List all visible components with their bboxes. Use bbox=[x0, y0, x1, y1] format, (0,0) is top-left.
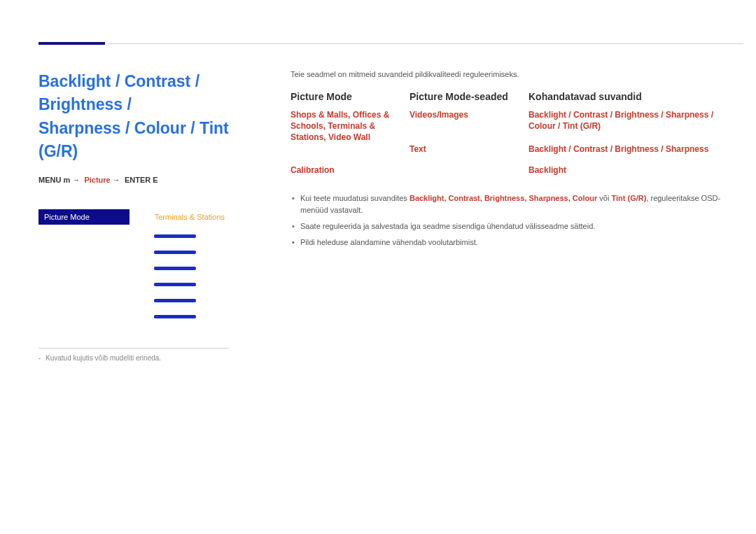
path-m: m bbox=[63, 176, 70, 184]
list-item: Pildi heleduse alandamine vähendab voolu… bbox=[290, 237, 728, 248]
screenshot-bars bbox=[38, 225, 229, 318]
cell-a1: Shops & Malls, Offices & Schools, Termin… bbox=[290, 109, 410, 143]
path-menu: MENU bbox=[38, 176, 61, 184]
slider-bar bbox=[154, 251, 196, 254]
col-header-a: Picture Mode bbox=[290, 91, 410, 109]
title-line-1: Backlight / Contrast / Brightness / bbox=[38, 72, 200, 113]
right-column: Teie seadmel on mitmeid suvandeid pildik… bbox=[290, 70, 728, 253]
table-row: Calibration Backlight bbox=[290, 164, 728, 183]
b1-mid: Backlight, Contrast, Brightness, Sharpne… bbox=[410, 194, 597, 202]
screenshot-header-left: Picture Mode bbox=[38, 209, 130, 225]
intro-text: Teie seadmel on mitmeid suvandeid pildik… bbox=[290, 70, 728, 78]
col-custom-options: Kohandatavad suvandid bbox=[528, 91, 724, 109]
b1-pre: Kui teete muudatusi suvandites bbox=[300, 194, 410, 202]
cell-c2: Backlight / Contrast / Brightness / Shar… bbox=[528, 143, 724, 164]
slider-bar bbox=[154, 315, 196, 318]
path-e: E bbox=[153, 176, 158, 184]
top-divider bbox=[108, 43, 743, 44]
table-row: Shops & Malls, Offices & Schools, Termin… bbox=[290, 109, 728, 143]
screenshot-header: Picture Mode Terminals & Stations bbox=[38, 209, 229, 225]
path-enter: ENTER bbox=[125, 176, 150, 184]
footnote-divider bbox=[38, 348, 229, 349]
cell-a3: Calibration bbox=[290, 164, 410, 183]
footnote: Kuvatud kujutis võib mudeliti erineda. bbox=[38, 354, 262, 362]
path-picture: Picture bbox=[84, 176, 110, 184]
slider-bar bbox=[154, 283, 196, 286]
b1-tint: Tint (G/R) bbox=[611, 194, 646, 202]
page-title: Backlight / Contrast / Brightness / Shar… bbox=[38, 70, 262, 163]
slider-bar bbox=[154, 234, 196, 238]
ui-screenshot: Picture Mode Terminals & Stations bbox=[38, 209, 229, 318]
col-header-c: Kohandatavad suvandid bbox=[528, 91, 724, 109]
slider-bar bbox=[154, 299, 196, 302]
list-item: Kui teete muudatusi suvandites Backlight… bbox=[290, 192, 728, 216]
list-item: Saate reguleerida ja salvestada iga sead… bbox=[290, 220, 728, 232]
settings-table: Picture Mode Picture Mode-seaded Kohanda… bbox=[290, 91, 728, 109]
cell-b3 bbox=[410, 164, 528, 183]
cell-c1: Backlight / Contrast / Brightness / Shar… bbox=[528, 109, 724, 143]
bullet-list: Kui teete muudatusi suvandites Backlight… bbox=[290, 192, 728, 248]
cell-a2 bbox=[290, 143, 410, 164]
top-accent-bar bbox=[38, 42, 105, 45]
b1-voi: või bbox=[597, 194, 611, 202]
col-header-b: Picture Mode-seaded bbox=[410, 91, 528, 109]
col-picture-mode: Picture Mode bbox=[290, 91, 410, 109]
left-column: Backlight / Contrast / Brightness / Shar… bbox=[38, 70, 262, 362]
title-line-2: Sharpness / Colour / Tint (G/R) bbox=[38, 119, 229, 160]
cell-b2: Text bbox=[410, 143, 528, 164]
slider-bar bbox=[154, 267, 196, 270]
menu-path: MENU m → Picture → ENTER E bbox=[38, 176, 262, 184]
col-picture-mode-settings: Picture Mode-seaded bbox=[410, 91, 528, 109]
cell-c3: Backlight bbox=[528, 164, 724, 183]
screenshot-header-right: Terminals & Stations bbox=[130, 209, 229, 225]
table-row: Text Backlight / Contrast / Brightness /… bbox=[290, 143, 728, 164]
cell-b1: Videos/Images bbox=[410, 109, 528, 143]
